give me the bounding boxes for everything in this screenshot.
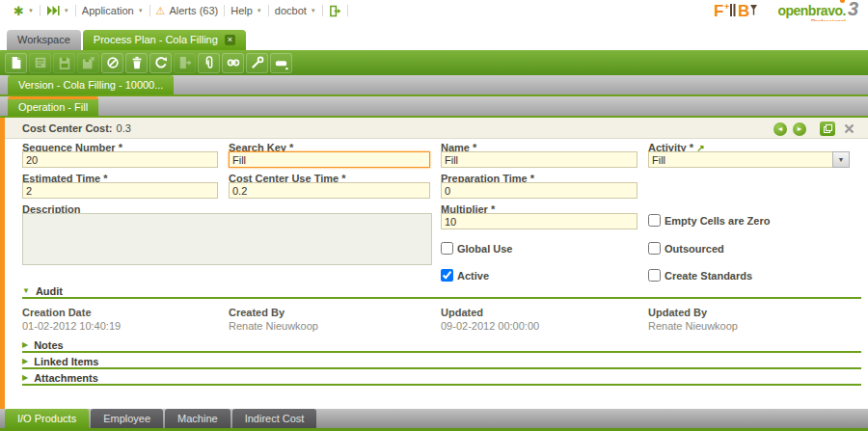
chevron-down-icon: ▼ [311, 8, 316, 13]
main-tab-bar: Workspace Process Plan - Cola Filling × [0, 21, 868, 50]
save-icon [58, 56, 71, 69]
linked-items-button[interactable] [222, 53, 244, 73]
status-value: 0.3 [117, 122, 131, 134]
restore-window-icon [824, 124, 832, 133]
chevron-down-icon: ▼ [64, 8, 69, 13]
global-use-checkbox[interactable]: Global Use [441, 242, 512, 255]
alert-warning-icon: ⚠ [156, 5, 166, 17]
workspace-star-icon: ✱ [14, 5, 24, 17]
tab-operation[interactable]: Operation - Fill [8, 96, 98, 116]
tab-employee[interactable]: Employee [91, 409, 163, 428]
new-record-button[interactable] [5, 53, 27, 73]
tab-indirect-cost[interactable]: Indirect Cost [232, 409, 317, 428]
preparation-time-input[interactable] [441, 182, 637, 199]
delete-button[interactable] [125, 53, 148, 73]
updated-by-label: Updated By [648, 307, 707, 318]
recent-views-menu[interactable]: ▼ [41, 6, 75, 15]
active-box[interactable] [441, 269, 453, 282]
tab-version[interactable]: Version - Cola Filling - 10000... [8, 75, 174, 94]
chevron-down-icon: ▼ [257, 8, 262, 13]
name-input[interactable] [441, 151, 637, 168]
next-record-button[interactable]: ► [793, 122, 806, 136]
active-label: Active [457, 270, 489, 282]
child-tab-bar: I/O Products Employee Machine Indirect C… [0, 409, 868, 431]
refresh-icon [154, 56, 168, 69]
updated-by-value: Renate Nieuwkoop [648, 320, 738, 332]
user-menu-label: docbot [275, 5, 307, 16]
updated-label: Updated [441, 307, 483, 318]
application-menu[interactable]: Application ▼ [76, 5, 149, 16]
outsourced-box[interactable] [648, 242, 661, 255]
tab-machine[interactable]: Machine [165, 409, 231, 428]
alerts-menu[interactable]: ⚠ Alerts (63) [150, 5, 225, 17]
edit-grid-icon [34, 56, 47, 69]
help-menu[interactable]: Help ▼ [225, 5, 268, 16]
openbravo-logo: openbravo. 3 Professional [777, 0, 858, 24]
section-attachments[interactable]: ▶ Attachments [22, 371, 861, 386]
undo-button[interactable] [101, 53, 123, 73]
section-audit-title: Audit [36, 285, 63, 297]
tab-io-products[interactable]: I/O Products [5, 409, 89, 428]
wrench-icon [251, 56, 264, 69]
search-key-input[interactable] [229, 151, 430, 168]
tab-process-plan[interactable]: Process Plan - Cola Filling × [83, 30, 246, 50]
attachments-button[interactable] [198, 53, 220, 73]
edit-in-grid-button [29, 53, 51, 73]
previous-icon: ◄ [777, 125, 784, 132]
empty-cells-are-zero-box[interactable] [648, 214, 661, 227]
cost-center-use-time-input[interactable] [229, 182, 430, 199]
menu-separator [347, 5, 348, 16]
outsourced-checkbox[interactable]: Outsourced [648, 242, 724, 255]
sequence-number-input[interactable] [22, 151, 218, 168]
workspace-menu[interactable]: ✱ ▼ [8, 5, 40, 17]
create-standards-checkbox[interactable]: Create Standards [648, 269, 752, 282]
activity-combo: ▼ [648, 151, 850, 168]
empty-cells-are-zero-checkbox[interactable]: Empty Cells are Zero [648, 214, 770, 227]
tools-button[interactable] [246, 53, 268, 73]
created-by-value: Renate Nieuwkoop [229, 320, 318, 332]
export-icon [178, 56, 192, 69]
fast-forward-icon [46, 6, 60, 15]
global-use-box[interactable] [441, 242, 453, 255]
collapsed-arrow-icon: ▶ [22, 357, 28, 365]
section-linked-items[interactable]: ▶ Linked Items [22, 355, 861, 369]
active-checkbox[interactable]: Active [441, 269, 489, 282]
multiplier-input[interactable] [441, 213, 637, 229]
alerts-label: Alerts (63) [169, 5, 218, 16]
section-audit[interactable]: ▼ Audit [22, 284, 861, 299]
activity-dropdown-button[interactable]: ▼ [832, 151, 850, 168]
created-by-label: Created By [229, 307, 285, 318]
openbravo-version: 3 [848, 0, 858, 20]
tab-workspace[interactable]: Workspace [7, 30, 81, 50]
outsourced-label: Outsourced [665, 243, 724, 255]
more-options-button[interactable] [270, 53, 292, 73]
user-menu[interactable]: docbot ▼ [269, 5, 322, 16]
creation-date-value: 01-02-2012 10:40:19 [22, 320, 121, 332]
chevron-down-icon: ▼ [838, 156, 845, 163]
description-textarea[interactable] [22, 213, 432, 265]
previous-record-button[interactable]: ◄ [773, 122, 787, 136]
close-form-button[interactable] [841, 121, 856, 136]
expanded-arrow-icon: ▼ [22, 286, 30, 295]
section-attachments-title: Attachments [34, 372, 98, 384]
create-standards-box[interactable] [648, 269, 661, 282]
new-document-icon [10, 56, 23, 69]
close-tab-icon[interactable]: × [225, 35, 235, 45]
paperclip-icon [203, 56, 216, 69]
version-tab-bar: Version - Cola Filling - 10000... [0, 75, 868, 96]
global-use-label: Global Use [457, 243, 512, 255]
logout-button[interactable] [323, 5, 347, 17]
svg-text:B: B [738, 2, 749, 20]
chain-link-icon [227, 56, 240, 69]
activity-input[interactable] [648, 151, 832, 168]
svg-text:F: F [714, 2, 723, 20]
no-entry-icon [106, 56, 120, 69]
section-notes[interactable]: ▶ Notes [22, 338, 861, 353]
close-icon [844, 123, 854, 134]
maximize-button[interactable] [820, 121, 835, 136]
status-bar: Cost Center Cost: 0.3 ◄ ► [5, 118, 868, 139]
refresh-button[interactable] [149, 53, 172, 73]
export-button [174, 53, 196, 73]
help-menu-label: Help [231, 5, 253, 16]
estimated-time-input[interactable] [22, 182, 218, 199]
